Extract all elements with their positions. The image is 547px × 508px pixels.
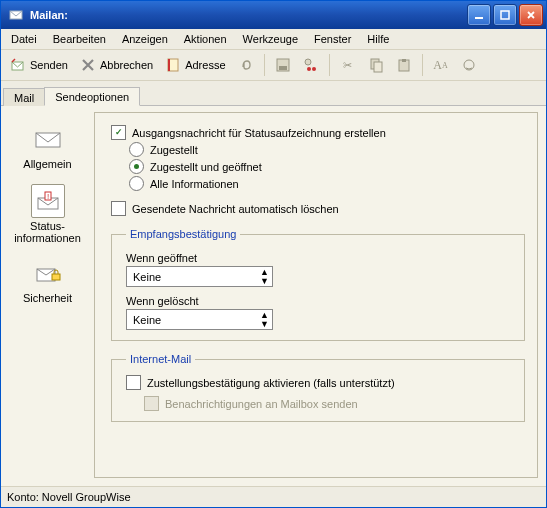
properties-icon (303, 57, 319, 73)
send-label: Senden (30, 59, 68, 71)
toolbar: Senden Abbrechen Adresse ✂ AA (1, 50, 546, 81)
checkbox-icon (111, 125, 126, 140)
main-panel: Ausgangsnachricht für Statusaufzeichnung… (94, 112, 538, 478)
when-deleted-select[interactable]: Keine ▲▼ (126, 309, 273, 330)
send-button[interactable]: Senden (5, 54, 73, 76)
internet-legend: Internet-Mail (126, 353, 195, 365)
paste-icon (396, 57, 412, 73)
radio-all-info[interactable]: Alle Informationen (129, 176, 525, 191)
menubar: Datei Bearbeiten Anzeigen Aktionen Werkz… (1, 29, 546, 50)
options-sidebar: Allgemein ! Status- informationen Sicher… (1, 112, 94, 486)
send-mailbox-checkbox: Benachrichtigungen an Mailbox senden (144, 396, 514, 411)
svg-rect-21 (52, 274, 60, 280)
radio-delivered[interactable]: Zugestellt (129, 142, 525, 157)
when-opened-value: Keine (133, 271, 161, 283)
checkbox-icon (126, 375, 141, 390)
radio-delivered-opened-label: Zugestellt und geöffnet (150, 161, 262, 173)
create-outgoing-checkbox[interactable]: Ausgangsnachricht für Statusaufzeichnung… (111, 125, 525, 140)
spellcheck-icon (461, 57, 477, 73)
window-buttons (467, 4, 543, 26)
enable-delivery-checkbox[interactable]: Zustellungsbestätigung aktivieren (falls… (126, 375, 514, 390)
close-button[interactable] (519, 4, 543, 26)
auto-delete-label: Gesendete Nachricht automatisch löschen (132, 203, 339, 215)
application-window: Mailan: Datei Bearbeiten Anzeigen Aktion… (0, 0, 547, 508)
window-title: Mailan: (28, 9, 467, 21)
tab-send-options[interactable]: Sendeoptionen (44, 87, 140, 106)
maximize-button[interactable] (493, 4, 517, 26)
cancel-button[interactable]: Abbrechen (75, 54, 158, 76)
when-deleted-label: Wenn gelöscht (126, 295, 514, 307)
radio-delivered-opened[interactable]: Zugestellt und geöffnet (129, 159, 525, 174)
menu-actions[interactable]: Aktionen (176, 31, 235, 47)
toolbar-separator (422, 54, 423, 76)
paste-button[interactable] (391, 54, 417, 76)
auto-delete-checkbox[interactable]: Gesendete Nachricht automatisch löschen (111, 201, 525, 216)
options-button[interactable] (298, 54, 324, 76)
menu-tools[interactable]: Werkzeuge (235, 31, 306, 47)
when-deleted-value: Keine (133, 314, 161, 326)
svg-rect-1 (475, 17, 483, 19)
svg-text:!: ! (46, 192, 48, 201)
create-outgoing-label: Ausgangsnachricht für Statusaufzeichnung… (132, 127, 386, 139)
when-opened-label: Wenn geöffnet (126, 252, 514, 264)
menu-edit[interactable]: Bearbeiten (45, 31, 114, 47)
svg-point-8 (305, 59, 311, 65)
radio-icon (129, 159, 144, 174)
cancel-icon (80, 57, 96, 73)
toolbar-separator (264, 54, 265, 76)
receipt-group: Empfangsbestätigung Wenn geöffnet Keine … (111, 228, 525, 341)
paperclip-icon (238, 57, 254, 73)
statusbar: Konto: Novell GroupWise (1, 486, 546, 507)
send-icon (10, 57, 26, 73)
address-label: Adresse (185, 59, 225, 71)
scissors-icon: ✂ (340, 57, 356, 73)
radio-icon (129, 176, 144, 191)
status-info-icon: ! (31, 184, 65, 218)
copy-button[interactable] (363, 54, 389, 76)
content-area: Allgemein ! Status- informationen Sicher… (1, 106, 546, 486)
svg-rect-2 (501, 11, 509, 19)
security-icon (32, 258, 64, 290)
cancel-label: Abbrechen (100, 59, 153, 71)
spellcheck-button[interactable] (456, 54, 482, 76)
checkbox-icon (111, 201, 126, 216)
radio-icon (129, 142, 144, 157)
sidebar-item-security[interactable]: Sicherheit (6, 256, 90, 306)
stepper-icon: ▲▼ (260, 268, 269, 286)
address-button[interactable]: Adresse (160, 54, 230, 76)
copy-icon (368, 57, 384, 73)
enable-delivery-label: Zustellungsbestätigung aktivieren (falls… (147, 377, 395, 389)
tab-mail[interactable]: Mail (3, 88, 45, 106)
save-icon (275, 57, 291, 73)
app-icon (8, 7, 24, 23)
minimize-button[interactable] (467, 4, 491, 26)
svg-rect-14 (402, 59, 406, 62)
send-mailbox-label: Benachrichtigungen an Mailbox senden (165, 398, 358, 410)
tabstrip: Mail Sendeoptionen (1, 81, 546, 106)
menu-view[interactable]: Anzeigen (114, 31, 176, 47)
when-opened-select[interactable]: Keine ▲▼ (126, 266, 273, 287)
radio-delivered-label: Zugestellt (150, 144, 198, 156)
attachment-button[interactable] (233, 54, 259, 76)
svg-rect-12 (374, 62, 382, 72)
toolbar-separator (329, 54, 330, 76)
cut-button[interactable]: ✂ (335, 54, 361, 76)
svg-point-9 (312, 67, 316, 71)
radio-all-info-label: Alle Informationen (150, 178, 239, 190)
svg-rect-5 (168, 59, 170, 71)
sidebar-general-label: Allgemein (23, 158, 71, 170)
menu-help[interactable]: Hilfe (359, 31, 397, 47)
svg-rect-7 (279, 66, 287, 70)
sidebar-security-label: Sicherheit (23, 292, 72, 304)
save-button[interactable] (270, 54, 296, 76)
menu-window[interactable]: Fenster (306, 31, 359, 47)
titlebar: Mailan: (1, 1, 546, 29)
sidebar-item-general[interactable]: Allgemein (6, 122, 90, 172)
sidebar-item-status-info[interactable]: ! Status- informationen (6, 182, 90, 246)
menu-file[interactable]: Datei (3, 31, 45, 47)
sidebar-status-label: Status- informationen (14, 220, 81, 244)
font-button[interactable]: AA (428, 54, 454, 76)
envelope-icon (32, 124, 64, 156)
checkbox-icon (144, 396, 159, 411)
svg-point-10 (307, 67, 311, 71)
